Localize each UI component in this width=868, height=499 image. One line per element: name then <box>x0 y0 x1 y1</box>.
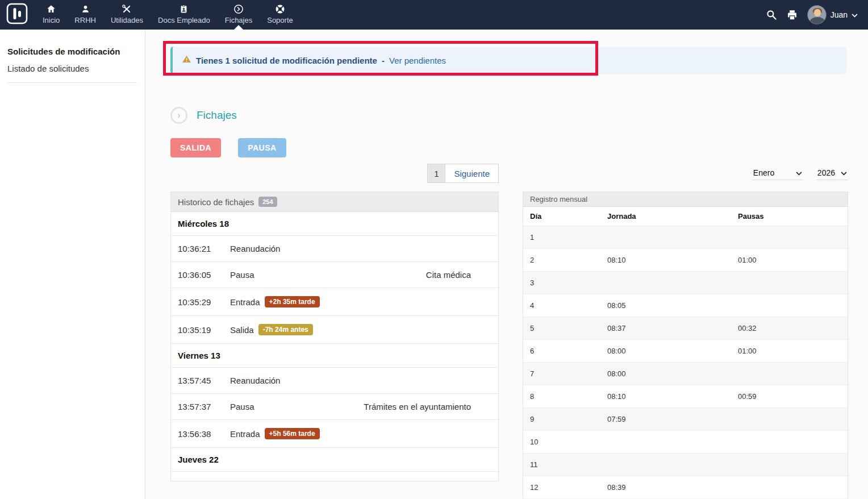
clock-in-icon <box>233 4 244 14</box>
pending-requests-alert: Tienes 1 solicitud de modificación pendi… <box>170 47 846 74</box>
cell-jornada: 08:39 <box>600 476 731 499</box>
monthly-header-row: Día Jornada Pausas <box>523 207 848 226</box>
user-menu[interactable]: Juan <box>807 5 858 24</box>
entry-time: 10:36:05 <box>178 270 230 280</box>
life-ring-icon <box>275 4 285 14</box>
fichajes-circle-icon: › <box>170 107 187 124</box>
cell-dia: 5 <box>523 317 600 340</box>
entry-deviation-badge: +5h 56m tarde <box>265 428 320 439</box>
entry-type: Reanudación <box>230 244 280 253</box>
cell-pausas: 01:00 <box>731 249 848 272</box>
monthly-table-row: 7 08:00 <box>523 363 848 385</box>
avatar <box>807 5 827 24</box>
cell-dia: 12 <box>523 476 600 499</box>
cell-jornada <box>600 454 731 476</box>
main-content: Tienes 1 solicitud de modificación pendi… <box>145 30 868 499</box>
monthly-table-row: 6 08:00 01:00 <box>523 340 848 363</box>
nav-item-soporte[interactable]: Soporte <box>260 0 301 30</box>
history-entry-row: 13:57:37 Pausa Trámites en el ayuntamien… <box>171 394 498 420</box>
chevron-down-icon <box>796 168 802 177</box>
entry-type: Pausa <box>230 270 254 280</box>
month-select[interactable]: Enero <box>752 167 803 180</box>
nav-label: Soporte <box>267 16 293 24</box>
entry-note: Trámites en el ayuntamiento <box>364 402 491 411</box>
nav-item-fichajes[interactable]: Fichajes <box>218 0 260 30</box>
history-entry-row: 10:36:21 Reanudación <box>171 236 498 262</box>
entry-deviation-badge: +2h 35m tarde <box>265 296 320 307</box>
page-title: Fichajes <box>197 109 237 122</box>
ver-pendientes-link[interactable]: Ver pendientes <box>389 56 446 65</box>
nav-item-docs-empleado[interactable]: Docs Empleado <box>151 0 218 30</box>
monthly-table-row: 5 08:37 00:32 <box>523 317 848 340</box>
entry-time: 10:35:29 <box>178 297 230 307</box>
cell-dia: 8 <box>523 385 600 408</box>
monthly-table-row: 12 08:39 <box>523 476 848 499</box>
sidebar-item-listado-solicitudes[interactable]: Listado de solicitudes <box>7 64 137 82</box>
history-entry-row: 10:35:29 Entrada +2h 35m tarde <box>171 288 498 316</box>
cell-jornada: 08:10 <box>600 385 731 408</box>
nav-item-utilidades[interactable]: Utilidades <box>103 0 151 30</box>
history-entry-row: 13:56:38 Entrada +5h 56m tarde <box>171 420 498 448</box>
monthly-table: Día Jornada Pausas 1 2 08:10 01:00 3 4 0… <box>523 207 848 499</box>
cell-pausas <box>731 363 848 385</box>
nav-item-rrhh[interactable]: RRHH <box>67 0 103 30</box>
alert-separator: - <box>382 56 385 65</box>
alert-message: Tienes 1 solicitud de modificación pendi… <box>196 56 377 65</box>
column-header-jornada: Jornada <box>600 207 731 226</box>
history-card: Historico de fichajes 254 Miércoles 18 1… <box>170 192 499 481</box>
entry-time: 10:35:19 <box>178 325 230 335</box>
pagination: 1 Siguiente <box>427 164 499 183</box>
cell-jornada <box>600 272 731 294</box>
main-nav: Inicio RRHH Utilidades <box>35 0 301 30</box>
search-icon[interactable] <box>766 9 777 20</box>
history-day-header: Jueves 22 <box>171 448 498 472</box>
nav-label: Utilidades <box>111 16 143 24</box>
history-entry-row: 13:57:45 Reanudación <box>171 368 498 394</box>
year-select[interactable]: 2026 <box>816 167 848 180</box>
monthly-table-row: 10 <box>523 431 848 454</box>
user-icon <box>81 4 90 14</box>
cell-dia: 7 <box>523 363 600 385</box>
cell-jornada <box>600 431 731 454</box>
page-number-current[interactable]: 1 <box>427 164 445 183</box>
next-page-button[interactable]: Siguiente <box>445 164 499 183</box>
history-entry-row: 10:36:05 Pausa Cita médica <box>171 262 498 288</box>
cell-dia: 4 <box>523 294 600 317</box>
monthly-table-row: 3 <box>523 272 848 294</box>
history-entry-row-partial <box>171 472 498 481</box>
app-window: Inicio RRHH Utilidades <box>0 0 868 499</box>
warning-icon <box>182 55 191 66</box>
cell-pausas <box>731 408 848 431</box>
cell-jornada: 08:37 <box>600 317 731 340</box>
column-header-pausas: Pausas <box>731 207 848 226</box>
cell-pausas <box>731 476 848 499</box>
monthly-card: Registro mensual Día Jornada Pausas 1 2 <box>523 192 848 499</box>
cell-pausas <box>731 294 848 317</box>
cell-dia: 10 <box>523 431 600 454</box>
cell-dia: 1 <box>523 226 600 249</box>
print-icon[interactable] <box>786 9 798 21</box>
cell-jornada: 08:10 <box>600 249 731 272</box>
column-header-dia: Día <box>523 207 600 226</box>
topnav-right: Juan <box>766 0 868 30</box>
app-logo[interactable] <box>0 0 35 30</box>
entry-time: 13:56:38 <box>178 429 230 439</box>
entry-type: Salida <box>230 325 254 335</box>
top-navbar: Inicio RRHH Utilidades <box>0 0 868 30</box>
cell-jornada <box>600 226 731 249</box>
cell-dia: 3 <box>523 272 600 294</box>
month-select-value: Enero <box>753 168 774 177</box>
cell-pausas <box>731 431 848 454</box>
history-day-header: Viernes 13 <box>171 344 498 368</box>
monthly-table-body: 1 2 08:10 01:00 3 4 08:05 5 08:37 00:32 … <box>523 226 848 499</box>
cell-dia: 2 <box>523 249 600 272</box>
monthly-table-row: 9 07:59 <box>523 408 848 431</box>
pausa-button[interactable]: PAUSA <box>238 138 286 157</box>
monthly-title: Registro mensual <box>523 192 848 207</box>
nav-item-inicio[interactable]: Inicio <box>35 0 67 30</box>
salida-button[interactable]: SALIDA <box>170 138 221 157</box>
entry-time: 10:36:21 <box>178 244 230 253</box>
bar-chart-logo-icon <box>6 2 28 27</box>
cell-jornada: 07:59 <box>600 408 731 431</box>
monthly-table-row: 1 <box>523 226 848 249</box>
